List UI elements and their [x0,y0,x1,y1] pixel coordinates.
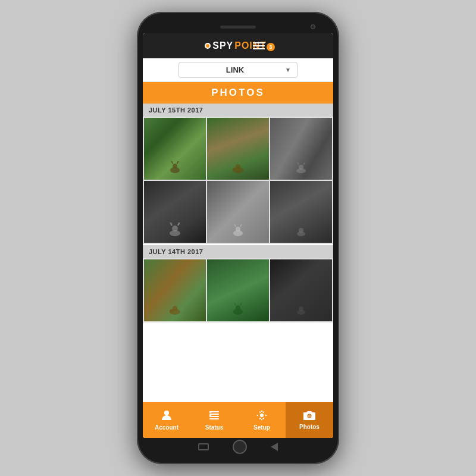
nav-label-photos: Photos [299,424,320,430]
phone-bottom-bar [143,438,333,456]
hamburger-line-1 [253,42,265,43]
date-section-july14: JULY 14TH 2017 [143,245,333,322]
list-icon [208,409,220,423]
svg-line-4 [177,161,178,164]
nav-item-account[interactable]: Account [143,402,190,438]
photo-8[interactable] [207,259,269,321]
svg-point-29 [236,305,240,310]
svg-line-15 [170,223,172,226]
person-icon [161,409,173,423]
nav-label-setup: Setup [253,424,270,431]
svg-line-12 [303,162,305,165]
section-title-bar: PHOTOS [143,82,333,104]
svg-line-17 [178,223,180,226]
nav-item-photos[interactable]: Photos [286,402,333,438]
svg-rect-39 [209,411,211,413]
svg-point-19 [233,230,243,236]
nav-label-status: Status [205,424,224,431]
photo-7[interactable] [144,259,206,321]
svg-line-2 [171,161,173,164]
date-header-july14: JULY 14TH 2017 [143,245,333,258]
svg-point-0 [170,167,180,173]
svg-line-30 [234,303,236,305]
svg-rect-36 [209,414,219,415]
svg-point-32 [297,310,305,315]
dropdown-arrow-icon: ▼ [285,67,291,73]
bottom-nav: Account Status [143,402,333,438]
svg-line-16 [171,223,172,226]
svg-point-41 [260,414,264,417]
notification-badge: 3 [267,43,275,51]
app-header: SPY POINT ® 3 [143,33,333,58]
speaker [220,26,256,29]
hamburger-line-2 [253,45,265,46]
nav-item-setup[interactable]: Setup [238,402,286,438]
hamburger-button[interactable] [253,42,265,49]
photo-1[interactable] [144,118,206,180]
svg-point-9 [296,168,306,173]
date-header-july15: JULY 15TH 2017 [143,104,333,117]
camera-selector-bar: LINK ▼ [143,58,333,82]
hamburger-line-3 [253,48,265,49]
svg-point-28 [233,309,243,315]
photo-6[interactable] [270,181,332,243]
svg-point-1 [173,164,177,168]
phone-top-bar [143,20,333,33]
svg-point-7 [236,164,240,169]
back-key[interactable] [271,443,278,451]
front-camera [311,24,315,29]
svg-point-6 [233,167,243,173]
section-title-text: PHOTOS [211,87,264,98]
photo-grid-july15 [143,117,333,244]
svg-point-33 [299,306,303,311]
svg-point-8 [232,167,236,171]
svg-point-26 [173,306,177,311]
svg-point-25 [170,309,180,315]
photo-4[interactable] [144,181,206,243]
selected-camera-label: LINK [226,65,244,74]
date-section-july15: JULY 15TH 2017 [143,104,333,244]
svg-line-5 [177,161,178,164]
svg-point-24 [299,228,303,233]
svg-point-14 [172,226,178,231]
svg-rect-40 [209,415,211,416]
photo-5[interactable] [207,181,269,243]
photo-grid-july14 [143,258,333,322]
svg-line-21 [234,224,236,227]
svg-rect-38 [209,418,219,419]
svg-point-10 [299,165,303,170]
svg-line-11 [298,162,299,165]
nav-item-status[interactable]: Status [190,402,238,438]
svg-point-23 [297,231,305,236]
recent-apps-key[interactable] [198,443,209,450]
phone-screen: SPY POINT ® 3 LINK ▼ PHOTOS [143,33,333,438]
gear-icon [256,409,268,423]
photos-content[interactable]: JULY 15TH 2017 [143,104,333,402]
svg-point-34 [164,411,169,415]
svg-line-22 [240,224,242,227]
svg-point-27 [169,309,173,312]
home-button[interactable] [233,440,247,454]
svg-line-31 [240,303,242,305]
nav-label-account: Account [155,424,178,431]
photo-3[interactable] [270,118,332,180]
svg-point-43 [308,415,311,418]
svg-line-3 [172,161,173,164]
camera-icon [303,410,316,422]
phone-device: SPY POINT ® 3 LINK ▼ PHOTOS [137,12,339,464]
photo-9[interactable] [270,259,332,321]
photo-2[interactable] [207,118,269,180]
logo-spy-text: SPY [212,40,233,51]
camera-dropdown[interactable]: LINK ▼ [178,62,298,78]
svg-point-20 [236,227,240,231]
logo-target-dot [205,43,211,49]
svg-point-13 [170,230,180,236]
svg-line-18 [178,223,179,226]
